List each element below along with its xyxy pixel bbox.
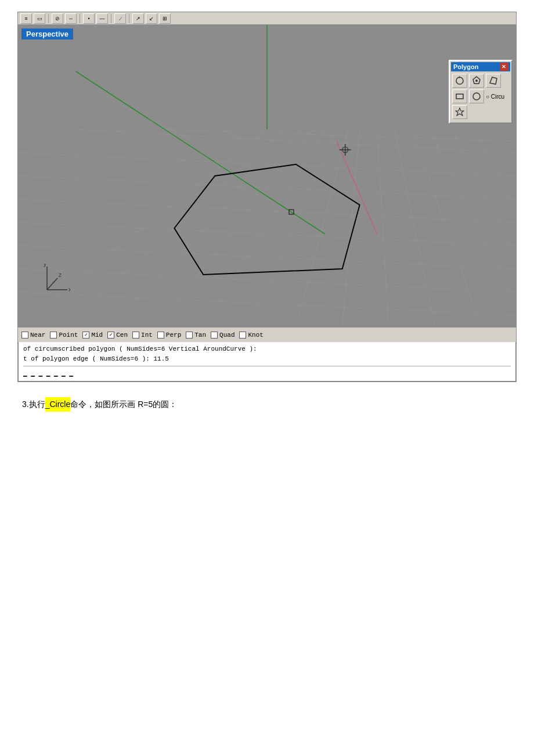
top-toolbar: ≡ ▭ ⊘ ↔ • — ⟋ ↗ ↙ ⊞ (18, 12, 516, 25)
svg-line-39 (47, 278, 57, 290)
toolbar-sep-1 (48, 14, 49, 23)
polygon-row-1 (452, 74, 509, 88)
snap-cen-checkbox[interactable]: ✓ (107, 332, 114, 339)
viewport-wrapper: ≡ ▭ ⊘ ↔ • — ⟋ ↗ ↙ ⊞ (17, 12, 517, 382)
snap-near[interactable]: Near (21, 332, 45, 339)
instruction-suffix: 命令，如图所示画 R=5的圆： (70, 397, 177, 412)
snap-cen-label: Cen (116, 332, 128, 339)
svg-marker-49 (456, 108, 464, 116)
toolbar-btn-10[interactable]: ⊞ (159, 13, 171, 24)
polygon-row-3 (452, 105, 509, 119)
snap-mid[interactable]: ✓ Mid (82, 332, 103, 339)
command-line-2: t of polygon edge ( NumSides=6 ): 11.5 (23, 354, 511, 364)
snap-tan-checkbox[interactable] (186, 332, 193, 339)
perspective-label: Perspective (21, 28, 73, 39)
command-divider (23, 366, 511, 366)
polygon-row-2: ○ Circu (452, 89, 509, 103)
svg-text:y: y (44, 264, 46, 267)
polygon-panel: Polygon ✕ (449, 60, 513, 124)
snap-cen[interactable]: ✓ Cen (107, 332, 128, 339)
snap-toolbar: Near Point ✓ Mid ✓ Cen Int Perp (18, 327, 516, 342)
svg-text:x: x (68, 286, 70, 293)
toolbar-btn-4[interactable]: ↔ (65, 13, 77, 24)
poly-btn-circle-arrow[interactable] (452, 74, 467, 88)
svg-rect-47 (456, 94, 463, 99)
viewport-svg (18, 25, 516, 327)
polygon-panel-title: Polygon ✕ (451, 62, 510, 71)
axes-container: y z x (35, 264, 70, 298)
snap-tan[interactable]: Tan (186, 332, 206, 339)
instruction-text: 3. 执行_Circle 命令，如图所示画 R=5的圆： (22, 397, 512, 412)
instruction-highlight: _Circle (45, 397, 71, 412)
snap-near-checkbox[interactable] (21, 332, 28, 339)
snap-knot-label: Knot (248, 332, 263, 339)
snap-mid-checkbox[interactable]: ✓ (82, 332, 89, 339)
snap-perp[interactable]: Perp (157, 332, 181, 339)
snap-int-checkbox[interactable] (132, 332, 139, 339)
toolbar-sep-3 (111, 14, 111, 23)
command-area: of circumscribed polygon ( NumSides=6 Ve… (18, 342, 516, 381)
snap-quad[interactable]: Quad (211, 332, 234, 339)
svg-point-45 (475, 80, 478, 82)
circle-label: ○ Circu (486, 93, 504, 100)
toolbar-sep-4 (129, 14, 129, 23)
poly-btn-pentagon[interactable] (469, 74, 484, 88)
toolbar-sep-2 (80, 14, 80, 23)
toolbar-btn-9[interactable]: ↙ (146, 13, 157, 24)
instruction-number: 3. (22, 397, 29, 412)
snap-near-label: Near (30, 332, 45, 339)
page-container: ≡ ▭ ⊘ ↔ • — ⟋ ↗ ↙ ⊞ (0, 0, 534, 428)
command-line-1: of circumscribed polygon ( NumSides=6 Ve… (23, 344, 511, 354)
command-line-3: ▁ ▁ ▁ ▁ ▁ ▁ ▁ (23, 369, 511, 379)
snap-int[interactable]: Int (132, 332, 153, 339)
poly-btn-irregular[interactable] (486, 74, 501, 88)
polygon-panel-title-text: Polygon (453, 63, 478, 70)
snap-tan-label: Tan (194, 332, 206, 339)
toolbar-btn-7[interactable]: ⟋ (114, 13, 126, 24)
toolbar-btn-3[interactable]: ⊘ (52, 13, 63, 24)
snap-point-checkbox[interactable] (50, 332, 57, 339)
snap-point-label: Point (59, 332, 78, 339)
poly-btn-star[interactable] (452, 105, 467, 119)
toolbar-btn-6[interactable]: — (96, 13, 108, 24)
snap-knot-checkbox[interactable] (239, 332, 246, 339)
poly-btn-circle-c[interactable] (469, 89, 484, 103)
snap-perp-checkbox[interactable] (157, 332, 164, 339)
snap-perp-label: Perp (166, 332, 181, 339)
snap-quad-label: Quad (219, 332, 234, 339)
snap-mid-label: Mid (91, 332, 103, 339)
snap-knot[interactable]: Knot (239, 332, 263, 339)
toolbar-btn-8[interactable]: ↗ (132, 13, 144, 24)
axes-svg: y z x (35, 264, 70, 296)
polygon-panel-body: ○ Circu (451, 71, 510, 121)
instruction-prefix: 执行 (29, 397, 45, 412)
snap-point[interactable]: Point (50, 332, 78, 339)
svg-text:z: z (59, 272, 62, 278)
toolbar-btn-1[interactable]: ≡ (20, 13, 32, 24)
instruction-area: 3. 执行_Circle 命令，如图所示画 R=5的圆： (17, 388, 517, 416)
polygon-panel-close[interactable]: ✕ (500, 63, 508, 71)
toolbar-btn-5[interactable]: • (83, 13, 95, 24)
toolbar-btn-2[interactable]: ▭ (34, 13, 45, 24)
viewport-3d[interactable]: Perspective y z x Polygon (18, 25, 516, 327)
poly-btn-rect[interactable] (452, 89, 467, 103)
svg-point-48 (473, 93, 480, 100)
snap-int-label: Int (141, 332, 153, 339)
snap-quad-checkbox[interactable] (211, 332, 218, 339)
svg-marker-46 (490, 77, 497, 84)
